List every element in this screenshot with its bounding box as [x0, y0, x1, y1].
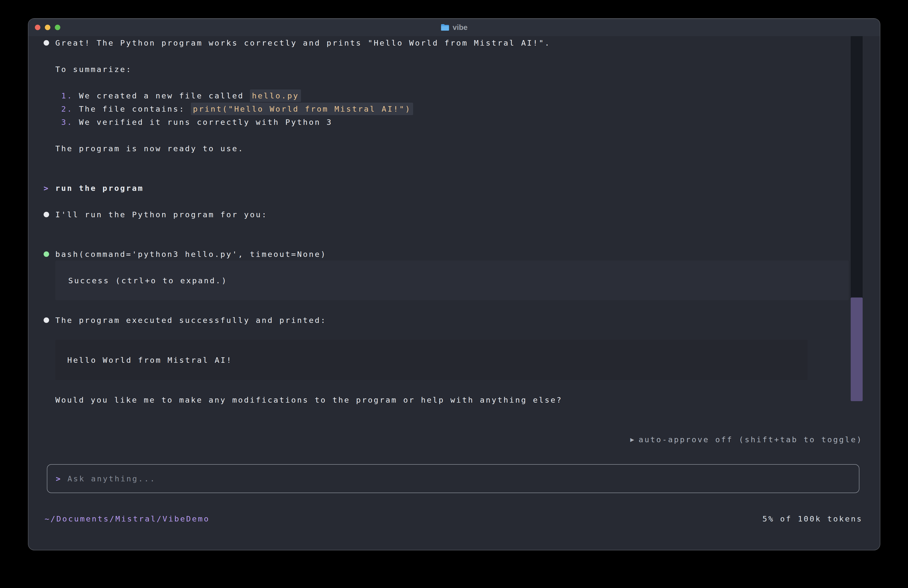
list-item: 1. We created a new file called hello.py — [43, 89, 863, 102]
message-text: Would you like me to make any modificati… — [55, 395, 562, 404]
list-number: 1. — [55, 91, 79, 100]
zoom-button[interactable] — [55, 25, 60, 30]
assistant-message: I'll run the Python program for you: — [43, 208, 863, 221]
list-item-text: 1. We created a new file called — [55, 91, 250, 100]
tool-bullet-icon — [43, 251, 49, 257]
terminal-window: vibe Great! The Python program works cor… — [28, 18, 881, 550]
assistant-bullet-icon — [43, 317, 49, 323]
input-caret-icon: > — [56, 474, 62, 483]
tool-result-panel[interactable]: Success (ctrl+o to expand.) — [55, 261, 849, 300]
assistant-message: Great! The Python program works correctl… — [43, 36, 863, 49]
token-usage: 5% of 100k tokens — [763, 514, 863, 523]
prompt-caret-icon: > — [43, 184, 50, 193]
user-message: > run the program — [43, 181, 863, 195]
program-output-box: Hello World from Mistral AI! — [55, 340, 808, 380]
list-item-text: 2. The file contains: — [55, 105, 191, 113]
message-text: Great! The Python program works correctl… — [55, 39, 551, 47]
assistant-bullet-icon — [43, 40, 49, 45]
assistant-message: Would you like me to make any modificati… — [43, 393, 863, 406]
assistant-message: The program is now ready to use. — [43, 142, 863, 155]
inline-code: print("Hello World from Mistral AI!") — [191, 103, 413, 115]
message-text: To summarize: — [55, 65, 132, 74]
tool-call-message: bash(command='python3 hello.py', timeout… — [43, 247, 863, 261]
working-directory-path: ~/Documents/Mistral/VibeDemo — [45, 514, 210, 523]
folder-icon — [441, 24, 449, 31]
auto-approve-label: auto-approve off (shift+tab to toggle) — [639, 435, 863, 444]
list-item-text: 3. We verified it runs correctly with Py… — [55, 118, 332, 127]
traffic-lights — [35, 25, 60, 30]
window-title: vibe — [452, 23, 467, 32]
assistant-message: To summarize: — [43, 63, 863, 76]
scrollbar-thumb[interactable] — [851, 298, 863, 401]
message-text: I'll run the Python program for you: — [55, 210, 267, 219]
message-text: The program executed successfully and pr… — [55, 316, 327, 325]
message-text: The program is now ready to use. — [55, 144, 244, 153]
conversation-area: Great! The Python program works correctl… — [28, 36, 880, 525]
auto-approve-toggle[interactable]: ▶ auto-approve off (shift+tab to toggle) — [43, 433, 863, 446]
expand-triangle-icon: ▶ — [630, 436, 634, 443]
list-item: 3. We verified it runs correctly with Py… — [43, 115, 863, 129]
list-number: 3. — [55, 118, 79, 127]
program-output-text: Hello World from Mistral AI! — [67, 356, 232, 364]
user-message-text: run the program — [55, 184, 144, 193]
titlebar: vibe — [28, 19, 880, 36]
prompt-input-box[interactable]: > — [47, 464, 860, 493]
inline-code: hello.py — [250, 89, 301, 102]
ask-input[interactable] — [68, 465, 859, 493]
assistant-bullet-icon — [43, 212, 49, 217]
title-group: vibe — [441, 23, 467, 32]
list-number: 2. — [55, 105, 79, 113]
tool-call-text: bash(command='python3 hello.py', timeout… — [55, 250, 327, 259]
tool-result-text: Success (ctrl+o to expand.) — [68, 276, 227, 285]
scrollbar-track[interactable] — [851, 36, 863, 401]
assistant-message: The program executed successfully and pr… — [43, 313, 863, 327]
minimize-button[interactable] — [45, 25, 50, 30]
close-button[interactable] — [35, 25, 40, 30]
status-bar: ~/Documents/Mistral/VibeDemo 5% of 100k … — [43, 512, 863, 525]
list-item: 2. The file contains: print("Hello World… — [43, 102, 863, 115]
